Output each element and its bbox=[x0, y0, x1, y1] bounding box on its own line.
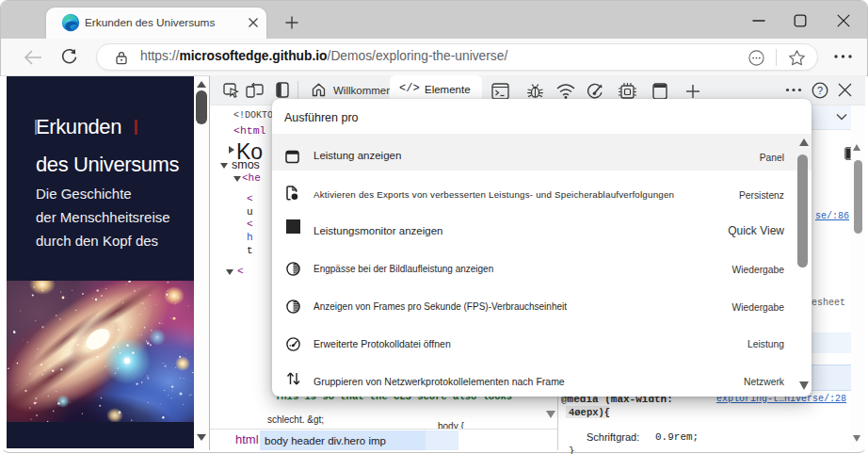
svg-text:?: ? bbox=[817, 85, 823, 96]
